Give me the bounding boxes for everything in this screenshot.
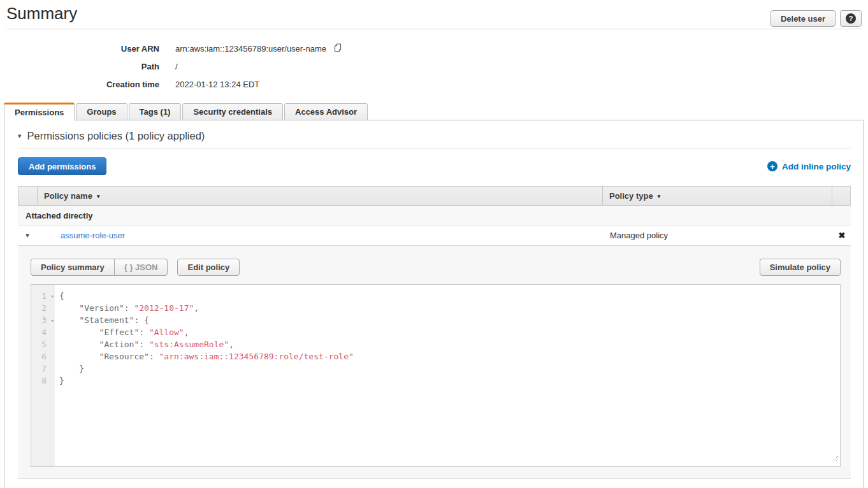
editor-code-line: } <box>59 362 840 375</box>
editor-code-line: { <box>59 290 840 302</box>
tab-bar: Permissions Groups Tags (1) Security cre… <box>4 103 368 120</box>
plus-icon: + <box>767 161 778 171</box>
permissions-policies-heading: ▾ Permissions policies (1 policy applied… <box>18 130 851 149</box>
editor-code-line: } <box>59 375 840 387</box>
tab-access-advisor[interactable]: Access Advisor <box>284 103 368 120</box>
add-inline-policy-link[interactable]: + Add inline policy <box>767 161 851 171</box>
section-heading-label: Permissions policies (1 policy applied) <box>27 130 205 142</box>
attached-directly-group-row: Attached directly <box>18 206 851 226</box>
help-button[interactable]: ? <box>840 10 862 27</box>
policy-summary-button[interactable]: Policy summary <box>31 259 115 276</box>
field-label: Creation time <box>0 80 159 89</box>
fold-caret-icon[interactable]: ▾ <box>51 315 54 327</box>
editor-line-number: 3▾ <box>31 314 55 326</box>
user-arn-value: arn:aws:iam::123456789:user/user-name <box>175 44 326 54</box>
path-value: / <box>175 62 178 71</box>
simulate-policy-button[interactable]: Simulate policy <box>760 259 841 276</box>
field-label: Path <box>0 62 159 71</box>
policy-name-link[interactable]: assume-role-user <box>61 231 125 240</box>
copy-icon[interactable] <box>333 43 342 55</box>
collapse-caret-icon[interactable]: ▾ <box>18 132 22 140</box>
policy-actions-row: Add permissions + Add inline policy <box>18 157 851 175</box>
sort-caret-icon: ▾ <box>658 193 661 199</box>
editor-line-number: 6 <box>31 350 55 362</box>
policy-detail-panel: Policy summary { } JSON Edit policy Simu… <box>18 246 851 479</box>
policy-type-cell: Managed policy <box>604 231 833 240</box>
header-divider <box>6 29 863 29</box>
editor-gutter: 1▾23▾45678 <box>31 285 55 466</box>
expander-column-header <box>18 187 38 205</box>
header-actions: Delete user ? <box>770 10 862 27</box>
add-inline-policy-label: Add inline policy <box>782 162 851 171</box>
row-expander-icon[interactable]: ▾ <box>18 231 37 240</box>
editor-resize-handle[interactable] <box>832 453 839 465</box>
tab-permissions[interactable]: Permissions <box>4 103 75 120</box>
edit-policy-button[interactable]: Edit policy <box>177 259 240 276</box>
editor-line-number: 5 <box>31 338 55 350</box>
tab-tags[interactable]: Tags (1) <box>129 103 182 120</box>
json-policy-editor[interactable]: 1▾23▾45678 { "Version": "2012-10-17", "S… <box>31 284 841 467</box>
editor-code-line: "Resource": "arn:aws:iam::123456789:role… <box>59 350 840 362</box>
policy-name-header-label: Policy name <box>44 191 92 201</box>
user-details: User ARN arn:aws:iam::123456789:user/use… <box>0 39 342 93</box>
field-label: User ARN <box>0 44 159 54</box>
policy-name-column-header[interactable]: Policy name ▾ <box>38 187 603 205</box>
fold-caret-icon[interactable]: ▾ <box>51 291 54 303</box>
field-creation-time: Creation time 2022-01-12 13:24 EDT <box>0 75 342 93</box>
field-user-arn: User ARN arn:aws:iam::123456789:user/use… <box>0 39 342 57</box>
editor-code: { "Version": "2012-10-17", "Statement": … <box>55 285 840 466</box>
editor-code-line: "Version": "2012-10-17", <box>59 302 840 314</box>
editor-code-line: "Effect": "Allow", <box>59 326 840 338</box>
policy-type-column-header[interactable]: Policy type ▾ <box>603 187 832 205</box>
editor-line-number: 8 <box>31 375 55 387</box>
editor-line-number: 7 <box>31 362 55 375</box>
sort-caret-icon: ▾ <box>97 193 100 199</box>
delete-user-button[interactable]: Delete user <box>770 10 835 27</box>
tab-groups[interactable]: Groups <box>76 103 127 120</box>
editor-code-line: "Action": "sts:AssumeRole", <box>59 338 840 350</box>
creation-time-value: 2022-01-12 13:24 EDT <box>175 80 259 89</box>
policy-detail-toolbar: Policy summary { } JSON Edit policy Simu… <box>31 259 841 276</box>
editor-code-line: "Statement": { <box>59 314 840 326</box>
policy-table-header: Policy name ▾ Policy type ▾ <box>18 186 851 206</box>
field-path: Path / <box>0 57 342 75</box>
help-icon: ? <box>846 13 856 24</box>
policy-type-header-label: Policy type <box>609 191 653 201</box>
add-permissions-button[interactable]: Add permissions <box>18 157 106 175</box>
editor-line-number: 2 <box>31 302 55 314</box>
tab-security-credentials[interactable]: Security credentials <box>182 103 283 120</box>
policy-table: Policy name ▾ Policy type ▾ Attached dir… <box>18 186 851 479</box>
detach-policy-icon[interactable]: ✖ <box>839 231 846 240</box>
editor-line-number: 1▾ <box>31 290 55 302</box>
actions-column-header <box>832 187 850 205</box>
permissions-panel: ▾ Permissions policies (1 policy applied… <box>4 120 864 488</box>
json-view-button[interactable]: { } JSON <box>114 259 168 276</box>
policy-table-row: ▾ assume-role-user Managed policy ✖ <box>18 226 851 246</box>
editor-line-number: 4 <box>31 326 55 338</box>
page-title: Summary <box>6 4 77 24</box>
